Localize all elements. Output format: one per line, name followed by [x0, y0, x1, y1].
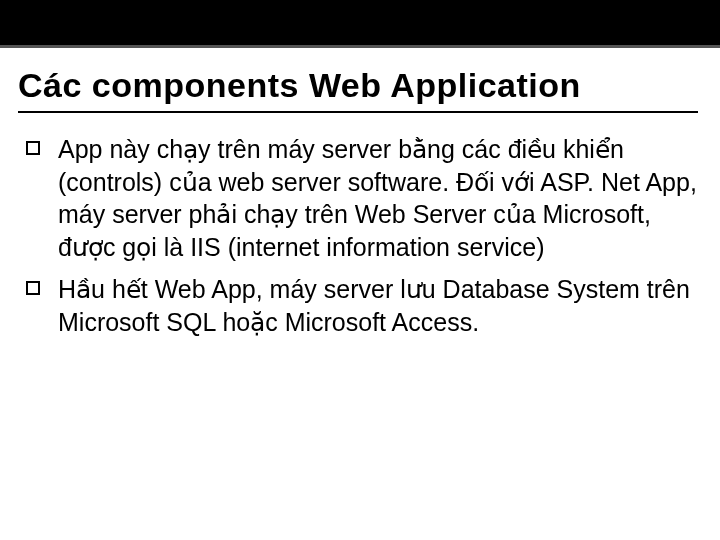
slide-content: Các components Web Application App này c…: [0, 48, 720, 338]
square-bullet-icon: [26, 141, 40, 155]
list-item: Hầu hết Web App, máy server lưu Database…: [26, 273, 698, 338]
bullet-list: App này chạy trên máy server bằng các đi…: [18, 133, 698, 338]
bullet-text: Hầu hết Web App, máy server lưu Database…: [58, 273, 698, 338]
list-item: App này chạy trên máy server bằng các đi…: [26, 133, 698, 263]
square-bullet-icon: [26, 281, 40, 295]
bullet-text: App này chạy trên máy server bằng các đi…: [58, 133, 698, 263]
slide-title: Các components Web Application: [18, 66, 698, 113]
top-black-band: [0, 0, 720, 48]
